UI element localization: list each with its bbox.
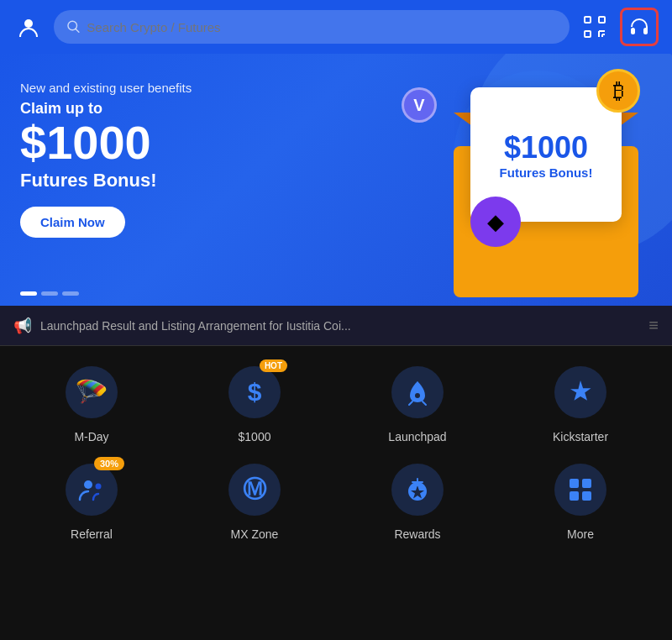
grid-item-referral[interactable]: 30% Referral [13,460,170,541]
banner-subtitle: New and existing user benefits [20,81,289,95]
more-icon-wrap [551,460,610,519]
banner-dots [20,291,79,296]
support-icon[interactable] [620,8,659,46]
avatar-icon[interactable] [13,12,44,42]
m-day-icon-wrap: 🪂 [62,363,121,422]
grid-item-rewards[interactable]: Rewards [339,460,496,541]
mx-zone-label: MX Zone [231,527,279,541]
1000-icon: $ [228,366,281,418]
referral-icon [66,464,118,516]
grid-item-more[interactable]: More [502,460,659,541]
1000-icon-wrap: $ HOT [225,363,284,422]
megaphone-icon: 📢 [13,317,32,335]
rewards-label: Rewards [394,527,440,541]
launchpad-icon [391,366,444,418]
features-grid: 🪂 M-Day $ HOT $1000 [13,363,659,541]
hot-badge: HOT [260,359,287,372]
scan-icon[interactable] [580,12,610,42]
eth-coin: ◆ [470,197,521,247]
svg-rect-16 [570,479,579,488]
bitcoin-coin: ₿ [596,69,640,113]
kickstarter-label: Kickstarter [553,430,608,443]
m-day-label: M-Day [74,430,108,443]
svg-point-13 [84,480,92,489]
1000-label: $1000 [239,430,271,443]
more-icon [554,464,606,516]
header [0,0,672,54]
banner-amount: $1000 [20,119,289,166]
kickstarter-icon [554,366,606,418]
banner: V New and existing user benefits Claim u… [0,54,672,306]
bottom-area [0,558,672,583]
announcement-text: Launchpad Result and Listing Arrangement… [40,319,640,333]
features-grid-section: 🪂 M-Day $ HOT $1000 [0,346,672,558]
dot-1[interactable] [20,291,37,296]
banner-futures: Futures Bonus! [20,170,289,191]
svg-point-14 [96,484,102,490]
svg-rect-17 [582,479,591,488]
svg-point-12 [415,393,420,398]
rewards-icon-wrap [388,460,447,519]
m-day-icon: 🪂 [66,366,118,418]
grid-item-launchpad[interactable]: Launchpad [339,363,496,443]
dot-2[interactable] [41,291,58,296]
claim-now-button[interactable]: Claim Now [20,207,125,238]
grid-item-m-day[interactable]: 🪂 M-Day [13,363,170,443]
svg-rect-10 [631,28,635,34]
svg-rect-18 [570,491,579,501]
rewards-icon [391,464,444,516]
banner-text: New and existing user benefits Claim up … [20,81,289,238]
menu-lines-icon[interactable]: ≡ [648,316,659,335]
mx-zone-icon: Ⓜ [228,464,281,516]
svg-rect-3 [585,17,591,23]
svg-line-2 [76,29,79,32]
search-bar[interactable] [54,10,570,44]
svg-point-0 [24,19,33,28]
banner-claim-label: Claim up to [20,100,289,118]
search-input[interactable] [87,20,556,34]
referral-badge: 30% [94,457,124,470]
referral-label: Referral [71,527,113,541]
referral-icon-wrap: 30% [62,460,121,519]
grid-item-kickstarter[interactable]: Kickstarter [502,363,659,443]
svg-rect-5 [585,31,591,37]
launchpad-label: Launchpad [388,430,446,443]
grid-item-mx-zone[interactable]: Ⓜ MX Zone [176,460,333,541]
kickstarter-icon-wrap [551,363,610,422]
svg-rect-11 [643,28,648,34]
mx-zone-icon-wrap: Ⓜ [225,460,284,519]
grid-item-1000[interactable]: $ HOT $1000 [176,363,333,443]
card-futures: Futures Bonus! [500,165,593,180]
card-amount: $1000 [504,130,588,165]
svg-rect-4 [599,17,605,23]
announcement-bar: 📢 Launchpad Result and Listing Arrangeme… [0,306,672,346]
svg-rect-19 [582,491,591,501]
envelope-illustration: $1000 Futures Bonus! ₿ ◆ [370,79,655,297]
launchpad-icon-wrap [388,363,447,422]
more-label: More [567,527,594,541]
dot-3[interactable] [62,291,79,296]
